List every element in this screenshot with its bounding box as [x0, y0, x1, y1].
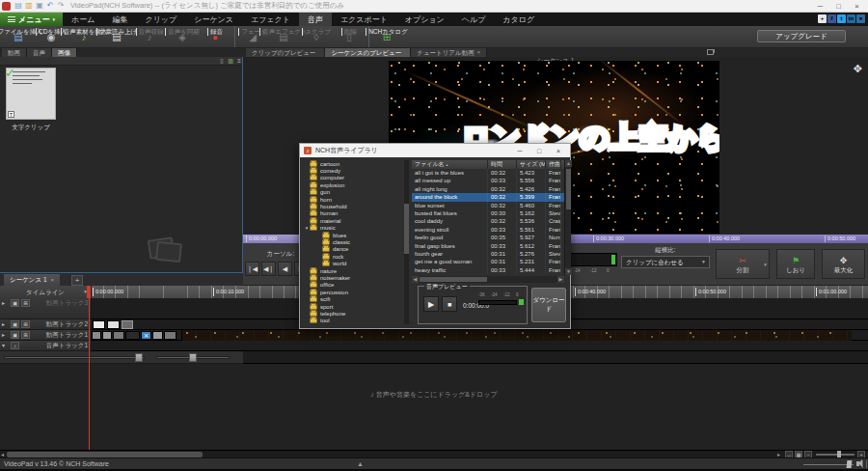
- menu-tab[interactable]: オプション: [396, 13, 453, 26]
- column-header-filename[interactable]: ファイル名▴: [412, 160, 488, 169]
- dialog-titlebar[interactable]: ♪ NCH音声ライブラリ ─ □ ×: [300, 144, 570, 157]
- bin-tab[interactable]: 動画: [2, 48, 27, 57]
- menu-button[interactable]: メニュー ▾: [0, 13, 63, 26]
- file-row[interactable]: heavy traffic 00:33 5.444 Frank B: [412, 266, 564, 274]
- file-row[interactable]: blue sunset 00:32 5.460 Frank B: [412, 202, 564, 209]
- file-row[interactable]: final gasp blues 00:33 5.612 Frank B: [412, 242, 564, 250]
- folder-tree-item[interactable]: material: [304, 217, 403, 224]
- file-row[interactable]: get me a good woman 00:31 5.231 Frank B: [412, 258, 564, 265]
- scroll-up-icon[interactable]: ▲: [565, 160, 572, 167]
- tree-scrollbar[interactable]: [404, 160, 409, 324]
- folder-tree-item[interactable]: explosion: [304, 181, 403, 188]
- text-clip-thumbnail[interactable]: ✓ T: [6, 68, 56, 120]
- file-row[interactable]: feelin good 00:35 5.927 Norm B: [412, 234, 564, 241]
- volume-slider[interactable]: [4, 356, 145, 359]
- dialog-minimize-button[interactable]: ─: [512, 145, 528, 157]
- clip[interactable]: [164, 331, 176, 340]
- folder-tree-item[interactable]: ▼ music: [304, 225, 403, 232]
- camera-icon[interactable]: ▣: [11, 320, 19, 328]
- social-icon[interactable]: ●: [856, 14, 865, 23]
- transition-clip[interactable]: ✕: [141, 331, 151, 340]
- social-icon[interactable]: in: [847, 14, 855, 23]
- folder-tree-item[interactable]: sport: [304, 303, 403, 310]
- folder-tree-item[interactable]: rock: [304, 253, 403, 260]
- ribbon-button[interactable]: ▤ ファイルを挿入: [2, 26, 35, 47]
- folder-icon[interactable]: ▥: [227, 58, 234, 65]
- quick-access-icon[interactable]: ▣: [35, 1, 44, 11]
- folder-tree-item[interactable]: comedy: [304, 167, 403, 174]
- social-icon[interactable]: t: [837, 14, 846, 23]
- menu-tab[interactable]: ホーム: [63, 13, 103, 26]
- collapse-arrow-icon[interactable]: ▸: [2, 299, 5, 306]
- folder-tree-item[interactable]: horn: [304, 196, 403, 203]
- scroll-down-icon[interactable]: ▼: [565, 268, 572, 275]
- chevron-down-icon[interactable]: ▼: [763, 250, 768, 278]
- go-to-start-button[interactable]: ❘◀: [245, 262, 259, 276]
- ribbon-button[interactable]: ▤ 文章読み上げ: [100, 26, 133, 47]
- quick-access-icon[interactable]: ▤: [14, 1, 23, 11]
- clip[interactable]: [93, 320, 105, 329]
- collapse-arrow-icon[interactable]: ▸: [2, 320, 5, 327]
- folder-tree-item[interactable]: blues: [304, 232, 403, 238]
- track-lane[interactable]: ✕: [92, 330, 868, 341]
- preview-play-button[interactable]: ▶: [423, 296, 439, 312]
- clip[interactable]: [122, 320, 133, 329]
- scroll-left-icon[interactable]: ◀: [412, 276, 419, 283]
- step-back-button[interactable]: ◀: [278, 262, 292, 276]
- folder-tree-item[interactable]: noisemaker: [304, 274, 403, 281]
- ribbon-button[interactable]: ⊞ NCHカタログ: [368, 26, 401, 47]
- speaker-icon[interactable]: ♪: [11, 342, 19, 349]
- dialog-close-button[interactable]: ×: [551, 145, 566, 157]
- maximize-preview-button[interactable]: ✥ 最大化: [822, 249, 865, 279]
- ribbon-button[interactable]: ◈ 音声を同期: [166, 26, 199, 47]
- folder-tree-item[interactable]: telephone: [304, 310, 403, 317]
- quick-access-icon[interactable]: ▥: [24, 1, 34, 11]
- insert-track-icon[interactable]: ⊞: [21, 320, 30, 328]
- track-header[interactable]: ▸ ▣ ⊞ 動画トラック1: [0, 330, 92, 341]
- track-header[interactable]: ▸ ▣ ⊞ 動画トラック3: [0, 298, 92, 319]
- timeline-drop-zone[interactable]: ♪ 音声や音楽をここにドラッグ&ドロップ: [0, 364, 868, 450]
- quick-access-icon[interactable]: ↶: [45, 1, 55, 11]
- clip[interactable]: [125, 331, 140, 340]
- clip[interactable]: [107, 320, 120, 329]
- split-button[interactable]: ✂ 分割 ▼: [716, 249, 770, 279]
- clip[interactable]: [102, 331, 112, 340]
- folder-tree-item[interactable]: world: [304, 260, 403, 266]
- ribbon-button[interactable]: ▤ 音声エフェクト: [267, 26, 300, 47]
- track-header[interactable]: ▸ ▣ ⊞ 動画トラック2: [0, 319, 92, 330]
- clip[interactable]: [92, 331, 101, 340]
- ribbon-button[interactable]: ◊ スクラブ: [300, 26, 333, 47]
- collapse-arrow-icon[interactable]: ▸: [2, 331, 5, 338]
- playhead-line[interactable]: [89, 286, 90, 450]
- insert-track-icon[interactable]: ⊞: [21, 331, 30, 339]
- add-sequence-button[interactable]: +: [71, 275, 83, 286]
- close-tab-icon[interactable]: ×: [51, 274, 55, 286]
- close-button[interactable]: ×: [848, 1, 866, 12]
- timeline-hscrollbar[interactable]: ◂ ▸ ↔ ▦ − +: [0, 450, 868, 457]
- file-row[interactable]: evening stroll 00:33 5.561 Frank B: [412, 226, 564, 234]
- folder-tree-item[interactable]: nature: [304, 267, 403, 274]
- fullscreen-icon[interactable]: ✥: [854, 63, 862, 75]
- menu-tab[interactable]: ヘルプ: [453, 13, 495, 26]
- file-list-scrollbar[interactable]: ▲ ▼: [564, 160, 571, 275]
- upgrade-button[interactable]: アップグレード: [757, 30, 846, 42]
- list-view-icon[interactable]: ≡: [235, 58, 243, 65]
- menu-tab[interactable]: 音声: [299, 13, 332, 26]
- video-clip-filmstrip[interactable]: [181, 330, 852, 341]
- aspect-ratio-select[interactable]: クリップに合わせる▼: [621, 256, 710, 268]
- folder-tree-item[interactable]: household: [304, 203, 403, 209]
- folder-tree-item[interactable]: computer: [304, 175, 403, 181]
- ribbon-button[interactable]: ♪ 音声収録: [133, 26, 166, 47]
- pan-slider-handle[interactable]: [189, 353, 197, 362]
- camera-icon[interactable]: ▣: [11, 299, 19, 307]
- folder-tree-item[interactable]: gun: [304, 189, 403, 196]
- folder-tree-item[interactable]: scifi: [304, 295, 403, 302]
- volume-slider-handle[interactable]: [135, 353, 143, 362]
- volume-handle[interactable]: [847, 460, 853, 468]
- column-header-time[interactable]: 時間: [488, 160, 517, 169]
- bin-tab[interactable]: 音声: [27, 48, 52, 57]
- social-icon[interactable]: +: [818, 14, 827, 23]
- preview-tab[interactable]: クリップのプレビュー: [246, 48, 325, 57]
- zoom-slider[interactable]: [816, 454, 854, 456]
- previous-frame-button[interactable]: ◀❘: [261, 262, 276, 276]
